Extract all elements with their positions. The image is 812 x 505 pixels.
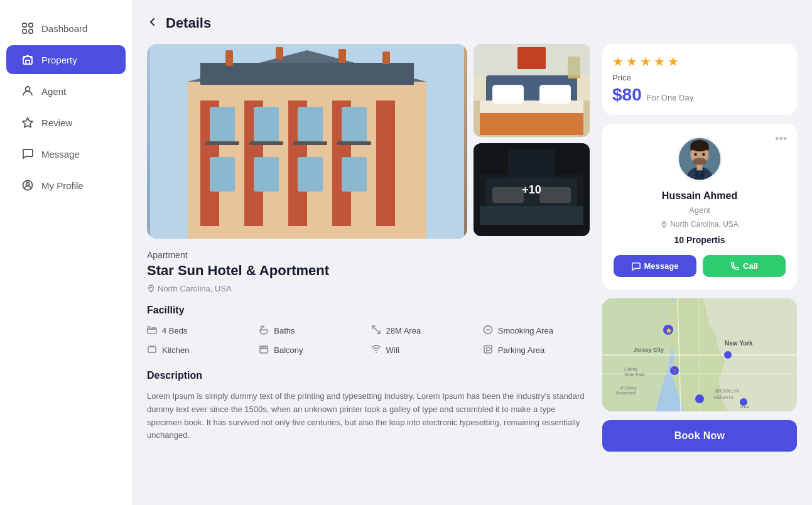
- message-button-label: Message: [644, 261, 679, 271]
- svg-rect-67: [690, 146, 708, 150]
- agent-properties-count: 10 Propertis: [674, 235, 725, 245]
- svg-rect-43: [517, 47, 546, 69]
- svg-point-5: [26, 87, 30, 91]
- svg-rect-20: [298, 107, 323, 141]
- book-now-button[interactable]: Book Now: [602, 420, 797, 452]
- building-icon: [21, 54, 34, 65]
- user-circle-icon: [21, 180, 34, 191]
- bed-icon: [147, 325, 157, 337]
- facility-kitchen-label: Kitchen: [162, 345, 189, 355]
- sidebar-item-property[interactable]: Property: [6, 45, 126, 74]
- svg-rect-40: [480, 113, 583, 135]
- property-location: North Carolina, USA: [147, 284, 590, 293]
- location-pin-icon: [147, 285, 155, 293]
- sidebar-item-myprofile[interactable]: My Profile: [6, 171, 126, 200]
- svg-rect-26: [205, 141, 239, 145]
- svg-rect-27: [249, 141, 283, 145]
- facility-section: Facillity 4 Beds: [147, 305, 590, 442]
- message-icon: [632, 262, 641, 271]
- agent-location-text: North Carolina, USA: [670, 220, 739, 229]
- svg-point-92: [695, 394, 704, 403]
- main-content: Details: [132, 0, 812, 505]
- facility-balcony-label: Balcony: [274, 345, 303, 355]
- svg-rect-24: [298, 157, 323, 192]
- content-grid: +10 Apartment Star Sun Hotel & Aportment…: [147, 44, 797, 453]
- svg-marker-6: [23, 118, 33, 128]
- grid-icon: [21, 23, 34, 34]
- thumb-bedroom2: +10: [474, 143, 590, 236]
- star-4: ★: [654, 54, 665, 69]
- svg-point-68: [694, 153, 697, 156]
- call-button-label: Call: [743, 261, 758, 271]
- stars-row: ★ ★ ★ ★ ★: [612, 54, 787, 69]
- facility-kitchen: Kitchen: [147, 344, 254, 356]
- agent-location-pin-icon: [661, 221, 668, 228]
- svg-rect-57: [260, 349, 268, 353]
- area-icon: [371, 325, 381, 337]
- svg-rect-12: [200, 63, 414, 85]
- facility-smoking-label: Smooking Area: [498, 326, 553, 335]
- sidebar-label-agent: Agent: [41, 86, 66, 97]
- avatar: [677, 136, 722, 182]
- parking-icon: [483, 344, 493, 356]
- call-button[interactable]: Call: [703, 255, 786, 277]
- price-label: Price: [612, 73, 787, 82]
- facility-beds-label: 4 Beds: [162, 326, 187, 335]
- back-button[interactable]: [147, 16, 158, 31]
- phone-icon: [730, 262, 739, 271]
- svg-rect-1: [29, 23, 33, 27]
- svg-rect-28: [293, 141, 327, 145]
- price-amount: $80: [612, 85, 642, 105]
- star-5: ★: [668, 54, 679, 69]
- sidebar-item-review[interactable]: Review: [6, 108, 126, 137]
- balcony-icon: [259, 344, 269, 356]
- svg-rect-31: [276, 47, 283, 60]
- message-button[interactable]: Message: [614, 255, 696, 277]
- sidebar-item-message[interactable]: Message: [6, 139, 126, 168]
- star-icon: [21, 117, 34, 128]
- sidebar-label-dashboard: Dashboard: [41, 23, 87, 34]
- star-1: ★: [612, 54, 624, 69]
- facility-title: Facillity: [147, 305, 590, 316]
- sidebar-label-property: Property: [41, 55, 77, 65]
- facility-parking-label: Parking Area: [498, 345, 544, 355]
- sidebar-item-dashboard[interactable]: Dashboard: [6, 14, 126, 43]
- svg-text:Jersey City: Jersey City: [634, 347, 664, 353]
- svg-rect-33: [382, 52, 390, 64]
- svg-rect-18: [210, 107, 235, 141]
- agent-name: Hussain Ahmed: [662, 190, 737, 202]
- svg-rect-30: [225, 50, 233, 66]
- svg-point-8: [26, 183, 30, 186]
- agent-actions: Message Call: [614, 255, 786, 277]
- facility-smoking: Smooking Area: [483, 325, 590, 337]
- page-title: Details: [166, 15, 211, 31]
- map-container[interactable]: Jersey City New York Liberty State Park …: [602, 298, 797, 411]
- right-panel: ★ ★ ★ ★ ★ Price $80 For One Day •••: [602, 44, 797, 453]
- facilities-grid: 4 Beds Baths: [147, 325, 590, 356]
- agent-card: •••: [602, 124, 797, 290]
- svg-rect-3: [29, 30, 33, 33]
- svg-point-71: [663, 222, 664, 224]
- chat-icon: [21, 148, 34, 160]
- svg-rect-56: [148, 347, 156, 352]
- main-property-image: [147, 44, 467, 239]
- agent-menu-icon[interactable]: •••: [775, 133, 787, 146]
- sidebar-item-agent[interactable]: Agent: [6, 77, 126, 106]
- price-card: ★ ★ ★ ★ ★ Price $80 For One Day: [602, 44, 797, 115]
- svg-text:Liberty: Liberty: [624, 367, 638, 372]
- facility-area: 28M Area: [371, 325, 478, 337]
- more-photos-overlay: +10: [474, 143, 590, 236]
- svg-rect-23: [254, 157, 279, 192]
- svg-rect-25: [342, 157, 367, 192]
- agent-role: Agent: [689, 205, 710, 215]
- facility-wifi-label: Wifi: [386, 345, 400, 355]
- svg-rect-39: [539, 85, 571, 104]
- price-stars-row: Facillity 4 Beds: [147, 305, 590, 442]
- svg-text:📍: 📍: [672, 369, 678, 374]
- facility-baths-label: Baths: [274, 326, 295, 335]
- svg-rect-17: [376, 100, 395, 226]
- svg-text:New York: New York: [725, 340, 753, 347]
- kitchen-icon: [147, 344, 157, 356]
- star-3: ★: [640, 54, 651, 69]
- facility-wifi: Wifi: [371, 344, 478, 356]
